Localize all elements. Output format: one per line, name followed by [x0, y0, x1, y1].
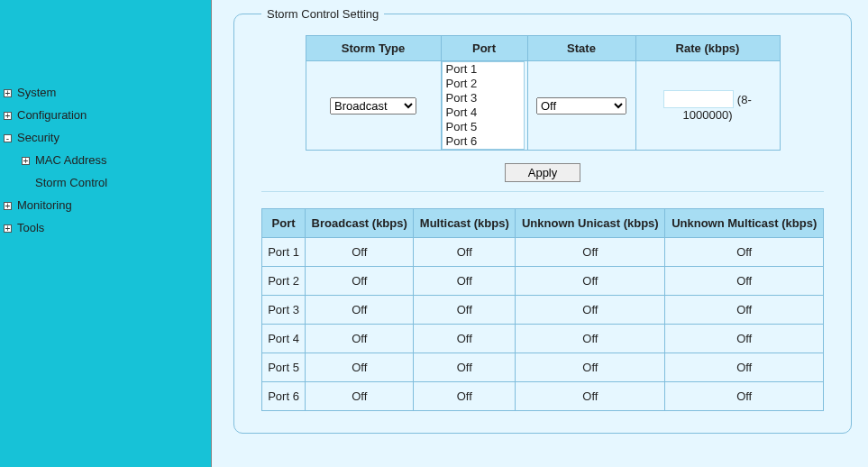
setting-table: Storm Type Port State Rate (kbps) Broadc…	[306, 35, 781, 151]
status-cell: Off	[306, 382, 414, 411]
nav-tree: +System +Configuration -Security +MAC Ad…	[0, 81, 211, 239]
status-cell: Port 6	[262, 382, 306, 411]
header-storm-type: Storm Type	[306, 36, 441, 61]
status-cell: Off	[414, 267, 516, 296]
table-row: Port 2OffOffOffOff	[262, 267, 824, 296]
status-cell: Off	[306, 238, 414, 267]
status-header-unknown-multicast: Unknown Multicast (kbps)	[665, 209, 824, 238]
sidebar-item-label: Security	[17, 131, 59, 144]
status-cell: Port 1	[262, 238, 306, 267]
status-cell: Off	[665, 325, 824, 353]
expand-icon[interactable]: +	[4, 89, 12, 97]
status-header-unknown-unicast: Unknown Unicast (kbps)	[516, 209, 665, 238]
leaf-icon	[22, 179, 30, 187]
sidebar-item-monitoring[interactable]: +Monitoring	[0, 194, 211, 216]
status-table: Port Broadcast (kbps) Multicast (kbps) U…	[261, 208, 824, 411]
sidebar-item-label: Storm Control	[35, 176, 107, 189]
port-option[interactable]: Port 2	[443, 77, 524, 91]
sidebar-item-label: Tools	[17, 221, 44, 234]
status-cell: Off	[306, 296, 414, 325]
sidebar-item-security[interactable]: -Security	[0, 126, 211, 149]
status-cell: Off	[414, 238, 516, 267]
status-cell: Off	[306, 353, 414, 382]
port-option[interactable]: Port 4	[443, 105, 524, 120]
status-body: Port 1OffOffOffOffPort 2OffOffOffOffPort…	[262, 238, 824, 411]
expand-icon[interactable]: +	[4, 202, 12, 210]
status-cell: Off	[665, 382, 824, 411]
status-cell: Off	[306, 325, 414, 353]
status-cell: Off	[414, 353, 516, 382]
status-header-multicast: Multicast (kbps)	[414, 209, 516, 238]
header-port: Port	[441, 36, 527, 61]
status-cell: Off	[665, 267, 824, 296]
sidebar-item-label: Monitoring	[17, 198, 72, 212]
sidebar-item-system[interactable]: +System	[0, 81, 211, 104]
status-cell: Off	[665, 296, 824, 325]
status-cell: Port 5	[262, 353, 306, 382]
storm-control-panel: Storm Control Setting Storm Type Port St…	[233, 7, 852, 434]
status-cell: Port 2	[262, 267, 306, 296]
table-row: Port 3OffOffOffOff	[262, 296, 824, 325]
table-row: Port 4OffOffOffOff	[262, 325, 824, 353]
status-cell: Off	[306, 267, 414, 296]
expand-icon[interactable]: +	[4, 112, 12, 120]
sidebar-item-configuration[interactable]: +Configuration	[0, 104, 211, 126]
status-header-port: Port	[262, 209, 306, 238]
status-cell: Port 4	[262, 325, 306, 353]
status-cell: Off	[516, 353, 665, 382]
status-cell: Off	[665, 238, 824, 267]
header-rate: Rate (kbps)	[635, 36, 780, 61]
sidebar-item-storm-control[interactable]: Storm Control	[0, 171, 211, 194]
expand-icon[interactable]: +	[22, 157, 30, 165]
port-option[interactable]: Port 3	[443, 91, 524, 105]
status-cell: Off	[516, 382, 665, 411]
status-cell: Off	[665, 353, 824, 382]
sidebar: +System +Configuration -Security +MAC Ad…	[0, 0, 212, 467]
apply-button[interactable]: Apply	[505, 163, 580, 182]
table-row: Port 6OffOffOffOff	[262, 382, 824, 411]
header-state: State	[527, 36, 635, 61]
status-cell: Off	[414, 325, 516, 353]
status-cell: Off	[516, 325, 665, 353]
port-listbox[interactable]: Port 1 Port 2 Port 3 Port 4 Port 5 Port …	[442, 61, 525, 150]
status-cell: Off	[414, 296, 516, 325]
panel-legend: Storm Control Setting	[261, 7, 384, 21]
status-cell: Off	[414, 382, 516, 411]
separator	[261, 191, 824, 192]
rate-input[interactable]	[663, 90, 734, 108]
port-option[interactable]: Port 5	[443, 120, 524, 134]
status-header-broadcast: Broadcast (kbps)	[306, 209, 414, 238]
port-option[interactable]: Port 1	[443, 62, 524, 77]
status-cell: Off	[516, 267, 665, 296]
status-cell: Off	[516, 238, 665, 267]
state-select[interactable]: Off	[536, 97, 626, 114]
sidebar-item-mac-address[interactable]: +MAC Address	[0, 149, 211, 171]
status-cell: Off	[516, 296, 665, 325]
collapse-icon[interactable]: -	[4, 134, 12, 142]
main-content: Storm Control Setting Storm Type Port St…	[212, 0, 868, 467]
port-option[interactable]: Port 6	[443, 134, 524, 149]
table-row: Port 1OffOffOffOff	[262, 238, 824, 267]
sidebar-item-label: System	[17, 86, 56, 99]
status-cell: Port 3	[262, 296, 306, 325]
table-row: Port 5OffOffOffOff	[262, 353, 824, 382]
sidebar-item-tools[interactable]: +Tools	[0, 216, 211, 239]
sidebar-item-label: Configuration	[17, 108, 87, 122]
expand-icon[interactable]: +	[4, 224, 12, 233]
storm-type-select[interactable]: Broadcast	[330, 97, 416, 114]
sidebar-item-label: MAC Address	[35, 153, 106, 167]
